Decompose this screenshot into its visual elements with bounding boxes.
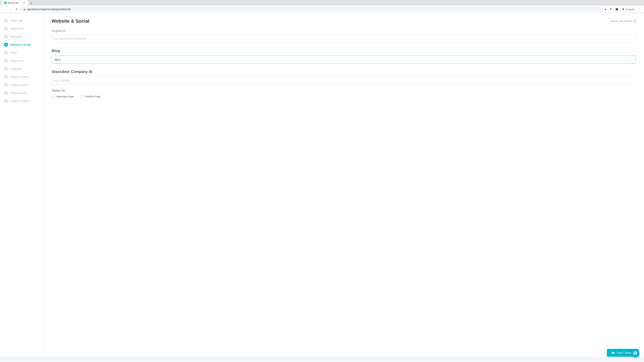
sidebar-label-social-sharing: Social Sharing <box>10 91 27 94</box>
svg-point-5 <box>6 44 7 44</box>
forward-button[interactable]: → <box>8 7 13 12</box>
sidebar-item-social-sharing[interactable]: Social Sharing <box>0 89 44 97</box>
url-display: app.breezy.hr/app/c/moodjoy/portal/socia… <box>27 8 599 10</box>
blog-input[interactable] <box>52 56 636 63</box>
active-tab[interactable]: B Breezy HR ✕ <box>1 0 28 6</box>
blog-section-title: Blog <box>52 49 636 53</box>
sidebar-item-appearance[interactable]: Appearance <box>0 24 44 32</box>
svg-point-11 <box>5 68 7 69</box>
svg-point-2 <box>5 28 7 29</box>
custom-css-js-icon <box>4 99 8 103</box>
reload-button[interactable]: ↻ <box>14 7 19 12</box>
svg-rect-0 <box>616 8 618 10</box>
display-on-label: Display On: <box>52 89 636 92</box>
sidebar-item-testimonials[interactable]: Testimonials <box>0 57 44 65</box>
sidebar: Portal Type Appearance Messaging <box>0 13 44 357</box>
sidebar-label-custom-css-js: Custom CSS/JS <box>10 99 28 102</box>
tab-favicon: B <box>4 1 7 4</box>
tab-title: Breezy HR <box>8 2 18 4</box>
browser-nav-controls: ← → ↻ <box>2 7 19 12</box>
position-page-checkbox-item[interactable]: Position Page <box>80 95 100 98</box>
menu-button[interactable]: ⋮ <box>637 7 642 12</box>
page-title: Website & Social <box>52 18 90 24</box>
sidebar-item-perks[interactable]: Perks <box>0 49 44 57</box>
display-on-section: Display On: Openings Page Position Page <box>52 89 636 98</box>
tab-close-button[interactable]: ✕ <box>22 1 26 4</box>
svg-line-8 <box>6 45 6 45</box>
testimonials-icon <box>4 59 8 63</box>
svg-point-12 <box>5 76 7 77</box>
svg-point-4 <box>5 44 6 45</box>
browser-action-buttons: ★ Incognito ⋮ <box>603 7 642 12</box>
app-layout: Portal Type Appearance Messaging <box>0 13 644 357</box>
perks-icon <box>4 51 8 55</box>
sidebar-item-website-social[interactable]: Website & Social <box>0 40 44 49</box>
sidebar-item-custom-css-js[interactable]: Custom CSS/JS <box>0 97 44 105</box>
page-header: Website & Social Careers Site Preview <box>52 18 636 24</box>
save-icon <box>612 351 615 354</box>
bookmark-button[interactable]: ★ <box>603 7 608 12</box>
sidebar-label-photos-videos: Photos & Videos <box>10 75 29 78</box>
sidebar-label-portal-type: Portal Type <box>10 19 23 22</box>
position-page-checkbox[interactable] <box>80 95 83 98</box>
new-tab-button[interactable]: + <box>29 1 34 6</box>
address-bar-row: ← → ↻ 🔒 app.breezy.hr/app/c/moodjoy/port… <box>0 6 644 13</box>
svg-point-15 <box>5 100 7 102</box>
sidebar-item-content-layout[interactable]: Content Layout <box>0 81 44 89</box>
svg-line-7 <box>6 44 6 44</box>
openings-page-checkbox-item[interactable]: Openings Page <box>52 95 74 98</box>
svg-point-13 <box>5 84 7 85</box>
sidebar-label-testimonials: Testimonials <box>10 59 24 62</box>
chat-icon <box>633 351 637 355</box>
glassdoor-section-title: Glassdoor Company ID <box>52 69 636 74</box>
sidebar-label-perks: Perks <box>10 51 17 54</box>
angellist-input[interactable] <box>52 35 636 42</box>
sidebar-label-employees: Employees <box>10 67 23 70</box>
sidebar-label-messaging: Messaging <box>10 35 23 38</box>
content-layout-icon <box>4 83 8 87</box>
sidebar-label-website-social: Website & Social <box>10 43 31 46</box>
lock-icon: 🔒 <box>23 8 26 10</box>
angellist-section-title: AngelList <box>52 29 636 33</box>
svg-point-10 <box>5 60 7 61</box>
svg-point-3 <box>5 36 7 37</box>
openings-page-label: Openings Page <box>56 95 74 98</box>
careers-preview-label: Careers Site Preview <box>611 20 633 22</box>
glassdoor-section: Glassdoor Company ID <box>52 69 636 89</box>
openings-page-checkbox[interactable] <box>52 95 55 98</box>
incognito-label: Incognito <box>626 8 634 10</box>
careers-preview-link[interactable]: Careers Site Preview <box>611 20 636 22</box>
blog-section: Blog <box>52 49 636 68</box>
appearance-icon <box>4 26 8 30</box>
svg-point-6 <box>6 45 7 45</box>
tab-bar: B Breezy HR ✕ + <box>0 0 644 6</box>
address-bar[interactable]: 🔒 app.breezy.hr/app/c/moodjoy/portal/soc… <box>20 7 602 11</box>
sidebar-item-portal-type[interactable]: Portal Type <box>0 16 44 24</box>
employees-icon <box>4 67 8 71</box>
svg-point-9 <box>5 52 7 53</box>
messaging-icon <box>4 34 8 38</box>
photos-videos-icon <box>4 75 8 79</box>
extensions-button[interactable] <box>608 7 614 12</box>
sidebar-item-employees[interactable]: Employees <box>0 65 44 73</box>
sidebar-item-photos-videos[interactable]: Photos & Videos <box>0 73 44 81</box>
sidebar-label-content-layout: Content Layout <box>10 83 28 86</box>
social-sharing-icon <box>4 91 8 95</box>
portal-type-icon <box>4 18 8 22</box>
browser-chrome: B Breezy HR ✕ + ← → ↻ 🔒 app.breezy.hr/ap… <box>0 0 644 13</box>
checkboxes-row: Openings Page Position Page <box>52 95 636 98</box>
svg-point-14 <box>5 92 7 93</box>
incognito-badge: Incognito <box>620 7 636 11</box>
back-button[interactable]: ← <box>2 7 7 12</box>
position-page-label: Position Page <box>85 95 100 98</box>
website-social-icon <box>4 42 8 46</box>
glassdoor-input[interactable] <box>52 77 636 84</box>
chat-widget-button[interactable] <box>631 349 639 357</box>
angellist-section: AngelList <box>52 29 636 47</box>
external-link-icon <box>634 20 636 22</box>
sidebar-label-appearance: Appearance <box>10 27 24 30</box>
main-content: Website & Social Careers Site Preview An… <box>44 13 644 357</box>
sidebar-item-messaging[interactable]: Messaging <box>0 32 44 40</box>
svg-point-1 <box>5 20 7 21</box>
profile-button[interactable] <box>614 7 619 12</box>
